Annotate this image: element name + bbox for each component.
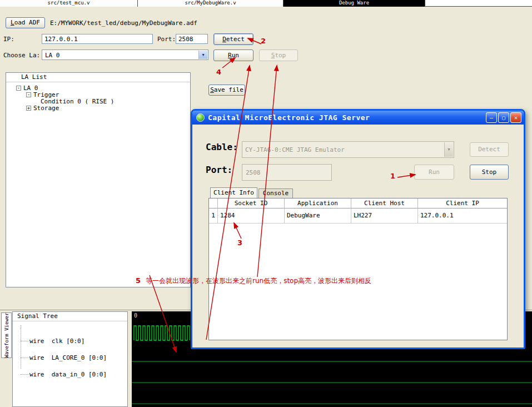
signal-tree-panel: Signal Tree wire clk [0:0] wire LA_CORE_… bbox=[12, 311, 128, 407]
ip-label: IP: bbox=[3, 36, 14, 43]
annotation-step-2: 2 bbox=[261, 37, 266, 45]
port-label-dialog: Port: bbox=[206, 165, 232, 175]
col-header-client-ip: Client IP bbox=[418, 198, 507, 208]
la-combo-value: LA 0 bbox=[45, 51, 60, 58]
time-ruler-label: 0 bbox=[134, 312, 137, 319]
maximize-icon: ▢ bbox=[502, 115, 505, 121]
cell-application: DebugWare bbox=[285, 209, 351, 223]
tree-item-condition0[interactable]: Condition 0 ( RISE ) bbox=[41, 98, 190, 105]
annotation-step-4: 4 bbox=[216, 68, 221, 76]
tab-src-test-mcu-v[interactable]: src/test_mcu.v bbox=[0, 0, 138, 7]
signal-row-la-core-0[interactable]: wire LA_CORE_0 [0:0] bbox=[29, 354, 107, 361]
dialog-titlebar[interactable]: Capital MicroElectronic JTAG Server — ▢ … bbox=[192, 111, 524, 125]
col-header-socket-id: Socket ID bbox=[218, 198, 285, 208]
waveform-viewer-tab-label: Waveform Viewer bbox=[4, 312, 9, 358]
col-header-application: Application bbox=[285, 198, 351, 208]
la-list-panel: LA List - LA 0 - Trigger Condition 0 ( R… bbox=[6, 72, 191, 287]
tree-connector-line bbox=[21, 325, 21, 369]
dialog-title: Capital MicroElectronic JTAG Server bbox=[208, 111, 370, 125]
client-table: Socket ID Application Client Host Client… bbox=[208, 198, 508, 340]
port-input-dialog[interactable] bbox=[242, 164, 332, 181]
tree-item-trigger[interactable]: - Trigger bbox=[26, 91, 190, 98]
minimize-button[interactable]: — bbox=[486, 112, 497, 123]
collapse-icon[interactable]: - bbox=[16, 86, 21, 91]
signal-row-clk[interactable]: wire clk [0:0] bbox=[29, 337, 84, 344]
cell-socket-id: 1284 bbox=[218, 209, 285, 223]
editor-tab-bar: src/test_mcu.v src/MyDebugWare.v Debug W… bbox=[0, 0, 532, 7]
stop-button[interactable]: Stop bbox=[259, 49, 298, 61]
detect-button-dialog[interactable]: Detect bbox=[470, 142, 509, 157]
maximize-button[interactable]: ▢ bbox=[498, 112, 509, 123]
cable-combo[interactable]: CY-JTAG-0:CME JTAG Emulator ▼ bbox=[242, 141, 454, 158]
tab-console[interactable]: Console bbox=[258, 188, 293, 198]
la-list-header: LA List bbox=[6, 73, 190, 82]
cell-client-host: LH227 bbox=[351, 209, 418, 223]
choose-la-label: Choose La: bbox=[3, 52, 40, 59]
client-table-header: Socket ID Application Client Host Client… bbox=[209, 198, 507, 209]
tree-item-la0[interactable]: - LA 0 bbox=[16, 85, 190, 91]
cell-client-ip: 127.0.0.1 bbox=[418, 209, 507, 223]
port-input[interactable] bbox=[176, 34, 208, 44]
minimize-icon: — bbox=[490, 115, 493, 121]
port-label: Port: bbox=[157, 36, 176, 43]
cable-label: Cable: bbox=[206, 142, 238, 152]
stop-button-dialog[interactable]: Stop bbox=[470, 165, 509, 180]
collapse-icon[interactable]: - bbox=[26, 92, 31, 97]
app-icon bbox=[196, 113, 205, 122]
la-tree: - LA 0 - Trigger Condition 0 ( RISE ) + … bbox=[6, 82, 190, 111]
debugware-window: src/test_mcu.v src/MyDebugWare.v Debug W… bbox=[0, 0, 532, 407]
clk-trace bbox=[134, 326, 190, 340]
tab-bar-filler bbox=[425, 0, 532, 6]
tree-item-storage[interactable]: + Storage bbox=[26, 105, 190, 111]
ip-input[interactable] bbox=[42, 34, 153, 44]
signal-tree-header: Signal Tree bbox=[13, 312, 127, 321]
close-button[interactable]: ✕ bbox=[510, 112, 521, 123]
tree-item-label: Storage bbox=[33, 105, 59, 112]
adf-path-text: E:/MYWORK/test_led/debug/MyDebugWare.adf bbox=[50, 19, 197, 27]
jtag-server-dialog: Capital MicroElectronic JTAG Server — ▢ … bbox=[191, 109, 525, 349]
cable-combo-value: CY-JTAG-0:CME JTAG Emulator bbox=[245, 146, 345, 153]
tab-client-info[interactable]: Client Info bbox=[210, 187, 257, 198]
la-combo[interactable]: LA 0 ▼ bbox=[42, 49, 208, 60]
load-adf-button[interactable]: Load ADF bbox=[6, 17, 45, 28]
run-button[interactable]: Run bbox=[213, 49, 253, 61]
detect-button[interactable]: Detect bbox=[213, 33, 253, 45]
expand-icon[interactable]: + bbox=[26, 106, 31, 111]
chevron-down-icon[interactable]: ▼ bbox=[198, 51, 207, 59]
waveform-viewer-tab[interactable]: Waveform Viewer bbox=[1, 312, 12, 358]
tab-src-mydebugware-v[interactable]: src/MyDebugWare.v bbox=[138, 0, 284, 7]
col-header-index bbox=[209, 198, 218, 208]
signal-row-data-in-0[interactable]: wire data_in_0 [0:0] bbox=[29, 371, 107, 378]
run-button-dialog[interactable]: Run bbox=[414, 165, 454, 180]
save-file-button[interactable]: Save file bbox=[208, 85, 245, 96]
cell-row-num: 1 bbox=[209, 209, 218, 223]
table-row[interactable]: 1 1284 DebugWare LH227 127.0.0.1 bbox=[209, 209, 507, 224]
window-controls: — ▢ ✕ bbox=[486, 112, 521, 123]
close-icon: ✕ bbox=[514, 115, 518, 121]
tab-debug-ware[interactable]: Debug Ware bbox=[284, 0, 425, 7]
col-header-client-host: Client Host bbox=[351, 198, 418, 208]
chevron-down-icon[interactable]: ▼ bbox=[444, 142, 453, 157]
